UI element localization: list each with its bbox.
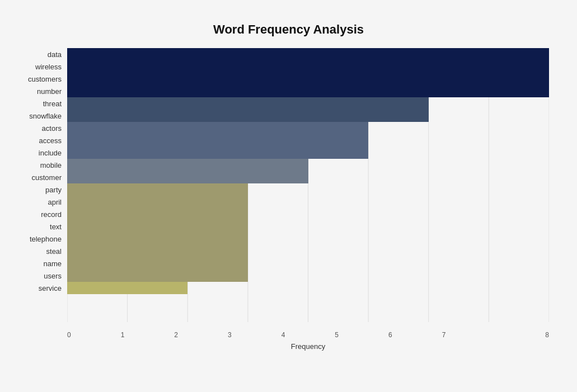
bar-row: include	[67, 147, 549, 159]
bar-row: april	[67, 196, 549, 208]
bar-track	[67, 73, 549, 85]
x-tick: 6	[388, 331, 442, 339]
bar-label: snowflake	[17, 112, 67, 120]
bar-track	[67, 122, 549, 134]
bar-track	[67, 171, 549, 183]
bar-fill	[67, 282, 187, 294]
bar-row: text	[67, 220, 549, 233]
bar-track	[67, 245, 549, 257]
bar-label: access	[17, 136, 67, 145]
bar-fill	[67, 159, 308, 171]
x-axis-label: Frequency	[67, 342, 549, 351]
bar-track	[67, 282, 549, 294]
bar-fill	[67, 85, 549, 97]
chart-container: Word Frequency Analysis datawirelesscust…	[11, 11, 566, 392]
x-tick: 8	[495, 331, 549, 339]
bar-track	[67, 270, 549, 282]
bar-label: wireless	[17, 63, 67, 71]
bar-label: text	[17, 223, 67, 231]
bar-label: include	[17, 149, 67, 157]
bar-fill	[67, 97, 429, 110]
bar-row: wireless	[67, 60, 549, 73]
x-tick: 0	[67, 331, 121, 339]
bar-fill	[67, 147, 368, 159]
bars-wrapper: datawirelesscustomersnumberthreatsnowfla…	[67, 48, 549, 322]
bar-fill	[67, 220, 248, 233]
bar-label: record	[17, 210, 67, 219]
bar-label: telephone	[17, 235, 67, 243]
bar-track	[67, 159, 549, 171]
bar-label: data	[17, 50, 67, 59]
x-tick: 4	[282, 331, 335, 339]
bar-row: record	[67, 208, 549, 220]
bar-row: mobile	[67, 159, 549, 171]
bar-label: mobile	[17, 161, 67, 169]
bar-label: steal	[17, 247, 67, 256]
bar-fill	[67, 60, 549, 73]
bar-fill	[67, 48, 549, 60]
bar-label: customers	[17, 75, 67, 83]
bar-track	[67, 208, 549, 220]
bar-track	[67, 147, 549, 159]
bar-track	[67, 257, 549, 270]
bar-fill	[67, 257, 248, 270]
bar-row: actors	[67, 122, 549, 134]
bar-row: service	[67, 282, 549, 294]
bar-row: snowflake	[67, 110, 549, 122]
bar-row: name	[67, 257, 549, 270]
bar-track	[67, 220, 549, 233]
x-axis: 012345678	[67, 331, 549, 339]
bar-fill	[67, 245, 248, 257]
bar-label: april	[17, 198, 67, 206]
bar-row: threat	[67, 97, 549, 110]
x-tick: 5	[335, 331, 388, 339]
bar-row: data	[67, 48, 549, 60]
chart-title: Word Frequency Analysis	[28, 22, 549, 37]
bar-row: telephone	[67, 233, 549, 245]
bar-label: number	[17, 87, 67, 96]
bar-label: name	[17, 259, 67, 268]
bar-fill	[67, 270, 248, 282]
bar-fill	[67, 122, 368, 134]
bar-label: users	[17, 272, 67, 280]
bar-row: number	[67, 85, 549, 97]
bar-row: party	[67, 183, 549, 196]
x-tick: 7	[442, 331, 496, 339]
x-tick: 1	[121, 331, 175, 339]
bar-fill	[67, 183, 248, 196]
bar-label: customer	[17, 173, 67, 182]
bar-label: party	[17, 186, 67, 194]
bar-label: actors	[17, 124, 67, 133]
bar-label: threat	[17, 100, 67, 108]
x-tick: 3	[228, 331, 282, 339]
bar-fill	[67, 233, 248, 245]
bar-row: customers	[67, 73, 549, 85]
bar-track	[67, 48, 549, 60]
bar-track	[67, 233, 549, 245]
bar-row: users	[67, 270, 549, 282]
bar-label: service	[17, 284, 67, 292]
bar-track	[67, 134, 549, 147]
bar-row: steal	[67, 245, 549, 257]
bar-track	[67, 183, 549, 196]
bar-track	[67, 85, 549, 97]
bar-fill	[67, 171, 308, 183]
x-tick: 2	[174, 331, 228, 339]
bar-fill	[67, 134, 368, 147]
x-axis-container: 012345678 Frequency	[67, 327, 549, 351]
bar-fill	[67, 110, 429, 122]
bar-fill	[67, 73, 549, 85]
bar-fill	[67, 196, 248, 208]
bar-track	[67, 60, 549, 73]
bar-fill	[67, 208, 248, 220]
bar-track	[67, 97, 549, 110]
bar-row: access	[67, 134, 549, 147]
bars-section: datawirelesscustomersnumberthreatsnowfla…	[67, 48, 549, 294]
bar-track	[67, 110, 549, 122]
chart-area: datawirelesscustomersnumberthreatsnowfla…	[67, 48, 549, 351]
bar-track	[67, 196, 549, 208]
bar-row: customer	[67, 171, 549, 183]
